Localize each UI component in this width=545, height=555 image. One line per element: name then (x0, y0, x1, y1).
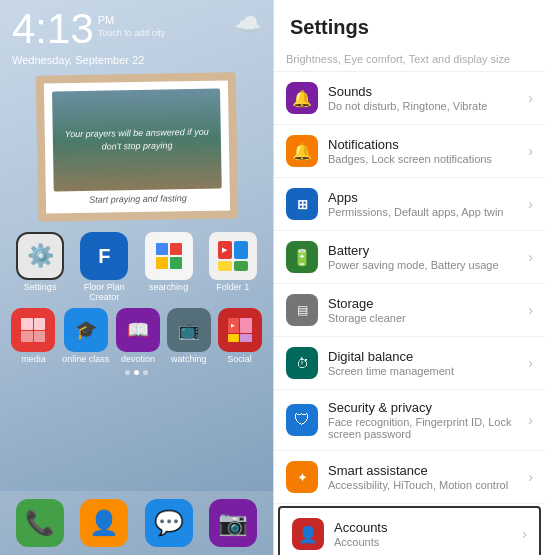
settings-item-digital-balance[interactable]: ⏱ Digital balance Screen time management… (274, 337, 545, 390)
settings-item-apps[interactable]: ⊞ Apps Permissions, Default apps, App tw… (274, 178, 545, 231)
app-row-1: ⚙️ Settings F Floor PlanCreator searchin… (0, 228, 273, 306)
apps-icon: ⊞ (286, 188, 318, 220)
dot-1 (125, 370, 130, 375)
app-folder1[interactable]: ▶ Folder 1 (209, 232, 257, 302)
digital-balance-subtitle: Screen time management (328, 365, 528, 377)
accounts-chevron: › (522, 526, 527, 542)
watching-icon[interactable]: 📺 (167, 308, 211, 352)
settings-item-security[interactable]: 🛡 Security & privacy Face recognition, F… (274, 390, 545, 451)
smart-assistance-icon: ✦ (286, 461, 318, 493)
sounds-subtitle: Do not disturb, Ringtone, Vibrate (328, 100, 528, 112)
security-icon: 🛡 (286, 404, 318, 436)
dock-messages[interactable]: 💬 (145, 499, 193, 547)
note-image: Your prayers will be answered if you don… (52, 89, 222, 192)
devotion-label: devotion (121, 354, 155, 364)
settings-app-label: Settings (24, 282, 57, 292)
settings-app-icon[interactable]: ⚙️ (16, 232, 64, 280)
dock-contacts[interactable]: 👤 (80, 499, 128, 547)
accounts-title: Accounts (334, 520, 522, 535)
phone-screen: ☁️ 4:13 PM Touch to add city Wednesday, … (0, 0, 273, 555)
online-class-icon[interactable]: 🎓 (64, 308, 108, 352)
settings-title: Settings (290, 16, 369, 38)
weather-icon: ☁️ (234, 12, 261, 38)
digital-balance-chevron: › (528, 355, 533, 371)
app-row-2: media 🎓 online class 📖 devotion 📺 watchi… (0, 306, 273, 366)
accounts-subtitle: Accounts (334, 536, 522, 548)
sounds-title: Sounds (328, 84, 528, 99)
folder1-label: Folder 1 (216, 282, 249, 292)
media-label: media (21, 354, 46, 364)
page-dots (0, 366, 273, 379)
apps-title: Apps (328, 190, 528, 205)
settings-item-battery[interactable]: 🔋 Battery Power saving mode, Battery usa… (274, 231, 545, 284)
social-label: Social (227, 354, 252, 364)
app-watching[interactable]: 📺 watching (167, 308, 211, 364)
accounts-text: Accounts Accounts (334, 520, 522, 548)
dock-camera[interactable]: 📷 (209, 499, 257, 547)
app-settings[interactable]: ⚙️ Settings (16, 232, 64, 302)
online-class-label: online class (62, 354, 109, 364)
app-searching[interactable]: searching (145, 232, 193, 302)
storage-icon: ▤ (286, 294, 318, 326)
security-subtitle: Face recognition, Fingerprint ID, Lock s… (328, 416, 528, 440)
battery-chevron: › (528, 249, 533, 265)
notifications-text: Notifications Badges, Lock screen notifi… (328, 137, 528, 165)
battery-text: Battery Power saving mode, Battery usage (328, 243, 528, 271)
notifications-chevron: › (528, 143, 533, 159)
apps-chevron: › (528, 196, 533, 212)
smart-assistance-title: Smart assistance (328, 463, 528, 478)
status-bar: 4:13 PM Touch to add city (0, 0, 273, 54)
note-bottom-text: Start praying and fasting (53, 189, 221, 206)
dot-2 (134, 370, 139, 375)
digital-balance-text: Digital balance Screen time management (328, 349, 528, 377)
settings-item-notifications[interactable]: 🔔 Notifications Badges, Lock screen noti… (274, 125, 545, 178)
storage-title: Storage (328, 296, 528, 311)
sounds-chevron: › (528, 90, 533, 106)
settings-top-faded: Brightness, Eye comfort, Text and displa… (274, 47, 545, 72)
smart-assistance-subtitle: Accessibility, HiTouch, Motion control (328, 479, 528, 491)
smart-assistance-chevron: › (528, 469, 533, 485)
security-text: Security & privacy Face recognition, Fin… (328, 400, 528, 440)
time-ampm: PM Touch to add city (98, 14, 166, 38)
settings-panel: Settings Brightness, Eye comfort, Text a… (273, 0, 545, 555)
dock-phone[interactable]: 📞 (16, 499, 64, 547)
app-social[interactable]: ▶ Social (218, 308, 262, 364)
storage-subtitle: Storage cleaner (328, 312, 528, 324)
devotion-icon[interactable]: 📖 (116, 308, 160, 352)
security-title: Security & privacy (328, 400, 528, 415)
storage-chevron: › (528, 302, 533, 318)
folder1-icon[interactable]: ▶ (209, 232, 257, 280)
media-icon[interactable] (11, 308, 55, 352)
settings-item-smart-assistance[interactable]: ✦ Smart assistance Accessibility, HiTouc… (274, 451, 545, 504)
storage-text: Storage Storage cleaner (328, 296, 528, 324)
notifications-subtitle: Badges, Lock screen notifications (328, 153, 528, 165)
date-display: Wednesday, September 22 (0, 54, 273, 66)
battery-subtitle: Power saving mode, Battery usage (328, 259, 528, 271)
accounts-icon: 👤 (292, 518, 324, 550)
floor-plan-icon[interactable]: F (80, 232, 128, 280)
notifications-title: Notifications (328, 137, 528, 152)
social-icon[interactable]: ▶ (218, 308, 262, 352)
floor-plan-label: Floor PlanCreator (84, 282, 125, 302)
apps-subtitle: Permissions, Default apps, App twin (328, 206, 528, 218)
note-text: Your prayers will be answered if you don… (52, 122, 221, 158)
app-online-class[interactable]: 🎓 online class (62, 308, 109, 364)
app-floor-plan[interactable]: F Floor PlanCreator (80, 232, 128, 302)
app-media[interactable]: media (11, 308, 55, 364)
settings-item-accounts[interactable]: 👤 Accounts Accounts › (278, 506, 541, 555)
settings-item-storage[interactable]: ▤ Storage Storage cleaner › (274, 284, 545, 337)
watching-label: watching (171, 354, 207, 364)
digital-balance-title: Digital balance (328, 349, 528, 364)
settings-item-sounds[interactable]: 🔔 Sounds Do not disturb, Ringtone, Vibra… (274, 72, 545, 125)
apps-text: Apps Permissions, Default apps, App twin (328, 190, 528, 218)
notifications-icon: 🔔 (286, 135, 318, 167)
sounds-text: Sounds Do not disturb, Ringtone, Vibrate (328, 84, 528, 112)
settings-header: Settings (274, 0, 545, 47)
searching-icon[interactable] (145, 232, 193, 280)
app-devotion[interactable]: 📖 devotion (116, 308, 160, 364)
sounds-icon: 🔔 (286, 82, 318, 114)
settings-list: Brightness, Eye comfort, Text and displa… (274, 47, 545, 555)
time-display: 4:13 (12, 8, 94, 50)
battery-icon: 🔋 (286, 241, 318, 273)
battery-title: Battery (328, 243, 528, 258)
